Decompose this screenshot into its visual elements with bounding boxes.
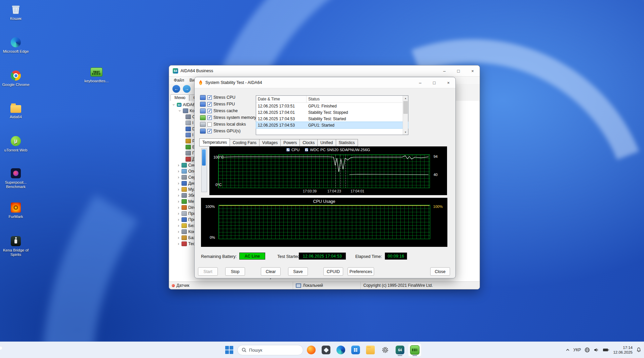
tab-temperatures[interactable]: Temperatures [199,138,230,146]
tree-category-без[interactable]: ›Без [177,223,197,229]
stress-option-stress-system-memory[interactable]: Stress system memory [200,114,256,121]
chevron-collapsed-icon[interactable]: › [177,181,180,185]
desktop-icon-keyboard-test[interactable]: TESTkeyboardtes... [78,66,115,83]
log-scrollbar[interactable]: ▲ ▼ [403,96,408,135]
chevron-collapsed-icon[interactable]: › [177,206,180,210]
close-button[interactable]: × [466,65,480,76]
start-button[interactable]: Start [198,267,218,276]
graph-scroll-thumb[interactable] [202,149,206,166]
nav-tab-меню[interactable]: Меню [170,94,189,101]
maximize-button[interactable]: □ [451,65,466,76]
desktop-icon-recycle-bin[interactable]: Кошик [1,3,31,21]
checkbox[interactable] [207,95,212,100]
stress-option-stress-gpu-s[interactable]: Stress GPU(s) [200,128,256,134]
scroll-down-icon[interactable]: ▼ [403,130,408,135]
graph-scrollbar[interactable] [201,148,207,192]
legend-item-wdc-pc-sn520-sdapnuw-256g[interactable]: WDC PC SN520 SDAPNUW-256G [305,148,370,152]
stress-option-stress-cache[interactable]: Stress cache [200,107,256,114]
taskbar-app-explorer[interactable] [364,343,377,357]
tab-voltages[interactable]: Voltages [259,139,281,146]
chevron-collapsed-icon[interactable]: › [177,224,180,228]
chevron-collapsed-icon[interactable]: › [177,242,180,246]
clock[interactable]: 17:14 12.06.2025 [613,345,633,355]
tree-subitem-3[interactable]: І [186,132,195,138]
tab-powers[interactable]: Powers [280,139,300,146]
tab-cooling-fans[interactable]: Cooling Fans [230,139,259,146]
search-box[interactable]: Пошук [237,345,303,355]
menu-item-файл[interactable]: Файл [171,78,187,83]
checkbox[interactable] [207,116,212,120]
speaker-icon[interactable] [594,347,599,353]
tab-unified[interactable]: Unified [317,139,336,146]
checkbox[interactable] [286,148,290,151]
desktop-icon-kena[interactable]: Kena Bridge of Spirits [1,235,31,257]
taskbar-app-keyboard-test[interactable] [408,343,421,357]
taskbar-app-store[interactable] [349,343,362,357]
column-header-status[interactable]: Status [307,96,408,102]
chevron-expanded-icon[interactable]: › [178,109,182,113]
desktop-icon-folder[interactable]: Aida64 [1,102,31,119]
desktop-icon-utorrent[interactable]: µuTorrent Web [1,135,31,152]
checkbox[interactable] [207,129,212,133]
save-button[interactable]: Save [288,267,308,276]
checkbox[interactable] [207,102,212,106]
taskbar-app-firefox[interactable] [305,343,318,357]
clear-button[interactable]: Clear [261,267,281,276]
stress-option-stress-local-disks[interactable]: Stress local disks [200,121,256,128]
legend-item-cpu[interactable]: CPU [286,148,299,152]
chevron-collapsed-icon[interactable]: › [177,175,180,179]
start-button[interactable] [223,343,236,357]
sst-titlebar[interactable]: System Stability Test - AIDA64 – □ × [195,77,455,88]
taskbar-app-aida64[interactable]: 64 [393,343,407,357]
chevron-collapsed-icon[interactable]: › [177,218,180,222]
battery-icon[interactable] [603,348,609,352]
chevron-collapsed-icon[interactable]: › [177,187,180,191]
chevron-collapsed-icon[interactable]: › [177,212,180,216]
chevron-expanded-icon[interactable]: › [172,103,176,106]
log-row[interactable]: 12.06.2025 17:04:53GPU1: Started [256,122,408,128]
desktop-icon-furmark[interactable]: FurMark [1,202,31,219]
aida64-titlebar[interactable]: 64 AIDA64 Business – □ × [169,65,480,77]
network-globe-icon[interactable] [585,347,590,353]
desktop-icon-superposition[interactable]: Superposit... Benchmark [1,167,31,189]
cpuid-button[interactable]: CPUID [323,267,343,276]
scroll-thumb[interactable] [403,101,408,114]
stop-button[interactable]: Stop [225,267,245,276]
column-header-datetime[interactable]: Date & Time [256,96,307,102]
minimize-button[interactable]: – [437,65,451,76]
scroll-up-icon[interactable]: ▲ [403,96,408,101]
tab-clocks[interactable]: Clocks [299,139,318,146]
chevron-collapsed-icon[interactable]: › [177,230,180,234]
taskbar-app-settings[interactable] [378,343,392,357]
forward-button[interactable]: → [183,85,191,93]
chevron-collapsed-icon[interactable]: › [177,193,180,197]
chevron-collapsed-icon[interactable]: › [177,236,180,240]
stress-option-stress-fpu[interactable]: Stress FPU [200,101,256,107]
checkbox[interactable] [305,148,308,151]
close-button[interactable]: Close [430,267,450,276]
tab-statistics[interactable]: Statistics [336,139,358,146]
event-log-list[interactable]: Date & Time Status 12.06.2025 17:03:51GP… [256,95,408,135]
back-button[interactable]: ← [172,85,180,93]
chevron-up-icon[interactable] [566,349,570,351]
desktop-icon-edge[interactable]: Microsoft Edge [1,36,31,54]
chevron-collapsed-icon[interactable]: › [177,199,180,204]
minimize-button[interactable]: – [413,77,427,88]
checkbox[interactable] [207,122,212,127]
stress-option-stress-cpu[interactable]: Stress CPU [200,94,256,101]
tree-subitem-1[interactable]: І [186,120,195,126]
log-row[interactable]: 12.06.2025 17:03:51GPU1: Finished [256,103,408,109]
log-row[interactable]: 12.06.2025 17:04:01Stability Test: Stopp… [256,109,408,116]
close-button[interactable]: × [441,77,455,88]
chevron-collapsed-icon[interactable]: › [177,169,180,173]
preferences-button[interactable]: Preferences [348,267,374,276]
taskbar-app-edge[interactable] [334,343,348,357]
notification-bell-icon[interactable] [636,347,641,353]
checkbox[interactable] [207,109,212,113]
desktop-icon-chrome[interactable]: Google Chrome [1,70,31,87]
language-indicator[interactable]: УКР [573,348,581,352]
taskbar-app-photos[interactable] [319,343,333,357]
log-row[interactable]: 12.06.2025 17:04:53Stability Test: Start… [256,116,408,122]
maximize-button[interactable]: □ [427,77,441,88]
chevron-collapsed-icon[interactable]: › [177,163,180,167]
